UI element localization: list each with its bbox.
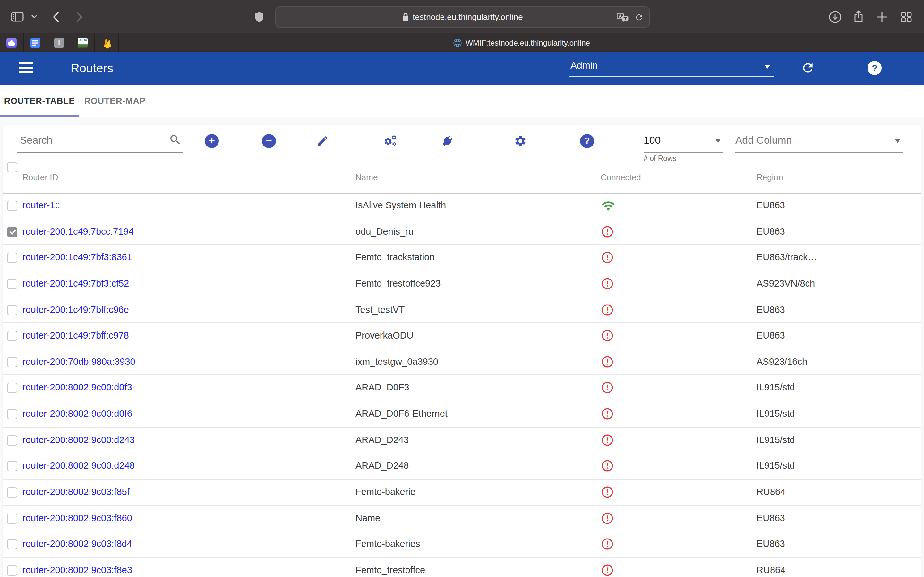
col-router-id: Router ID xyxy=(23,162,58,193)
services-button[interactable] xyxy=(384,133,399,149)
router-region: EU863 xyxy=(756,532,785,557)
row-checkbox[interactable] xyxy=(7,566,17,576)
table-row[interactable]: router-200:8002:9c00:d0f3 ARAD_D0F3 IL91… xyxy=(3,376,921,401)
settings-button[interactable] xyxy=(513,133,528,149)
table-row[interactable]: router-200:8002:9c00:d248 ARAD_D248 IL91… xyxy=(3,454,921,480)
row-checkbox[interactable] xyxy=(7,461,17,472)
lock-icon xyxy=(402,13,409,21)
error-status-icon xyxy=(601,225,615,239)
select-all-checkbox[interactable] xyxy=(7,162,17,172)
menu-icon[interactable] xyxy=(19,62,33,73)
router-name: ARAD_D0F3 xyxy=(355,376,409,401)
error-status-icon xyxy=(601,381,615,395)
table-row[interactable]: router-200:8002:9c03:f85f Femto-bakerie … xyxy=(3,480,921,506)
row-checkbox[interactable] xyxy=(7,357,17,367)
table-row[interactable]: router-200:70db:980a:3930 ixm_testgw_0a3… xyxy=(3,350,921,376)
row-checkbox[interactable] xyxy=(7,227,17,237)
active-tab[interactable]: WMIF:testnode.eu.thingularity.online xyxy=(119,33,924,52)
router-id-link[interactable]: router-200:8002:9c03:f860 xyxy=(23,506,132,531)
cloud-favicon xyxy=(6,37,17,48)
back-button[interactable] xyxy=(50,0,61,33)
router-id-link[interactable]: router-200:1c49:7bf3:8361 xyxy=(23,245,132,271)
share-icon[interactable] xyxy=(852,0,865,33)
forward-button[interactable] xyxy=(74,0,86,33)
error-status-icon xyxy=(601,511,615,525)
row-checkbox[interactable] xyxy=(7,279,17,289)
router-id-link[interactable]: router-200:8002:9c03:f85f xyxy=(23,480,129,505)
router-id-link[interactable]: router-200:70db:980a:3930 xyxy=(23,350,136,375)
address-bar[interactable]: testnode.eu.thingularity.online A xyxy=(275,6,650,27)
router-name: Name xyxy=(355,506,380,531)
tab-router-map[interactable]: ROUTER-MAP xyxy=(79,85,151,117)
add-column-select[interactable]: Add Column xyxy=(735,130,903,153)
user-select[interactable]: Admin xyxy=(569,57,774,77)
table-row[interactable]: router-200:1c49:7bf3:cf52 Femto_trestoff… xyxy=(3,271,921,297)
router-id-link[interactable]: router-200:8002:9c03:f8d4 xyxy=(23,532,132,557)
router-id-link[interactable]: router-200:1c49:7bf3:cf52 xyxy=(23,271,129,297)
row-checkbox[interactable] xyxy=(7,201,17,211)
remove-router-button[interactable]: − xyxy=(261,133,276,149)
translate-icon[interactable]: A xyxy=(617,7,629,27)
row-checkbox[interactable] xyxy=(7,253,17,263)
table-row[interactable]: router-200:1c49:7bff:c978 ProverkaODU EU… xyxy=(3,323,921,349)
pinned-tab-cloud[interactable] xyxy=(0,33,24,52)
add-router-button[interactable]: + xyxy=(204,133,220,149)
row-checkbox[interactable] xyxy=(7,409,17,419)
table-row[interactable]: router-1:: IsAlive System Health EU863 xyxy=(3,193,921,219)
table-row[interactable]: router-200:8002:9c03:f860 Name EU863 xyxy=(3,506,921,532)
shield-icon[interactable] xyxy=(254,0,265,33)
router-name: ixm_testgw_0a3930 xyxy=(355,350,438,375)
downloads-icon[interactable] xyxy=(829,0,841,33)
router-name: Femto-bakeries xyxy=(355,532,420,557)
table-help-button[interactable]: ? xyxy=(580,133,595,149)
edit-button[interactable] xyxy=(315,133,330,149)
router-id-link[interactable]: router-200:1c49:7bcc:7194 xyxy=(23,219,134,244)
router-region: IL915/std xyxy=(756,454,795,479)
row-checkbox[interactable] xyxy=(7,435,17,446)
router-id-link[interactable]: router-200:8002:9c00:d0f3 xyxy=(23,376,132,401)
pinned-tab-firebase[interactable] xyxy=(95,33,119,52)
table-row[interactable]: router-200:1c49:7bff:c96e Test_testVT EU… xyxy=(3,297,921,323)
router-id-link[interactable]: router-200:8002:9c00:d0f6 xyxy=(23,401,132,427)
table-row[interactable]: router-200:8002:9c00:d243 ARAD_D243 IL91… xyxy=(3,428,921,454)
table-row[interactable]: router-200:1c49:7bf3:8361 Femto_tracksta… xyxy=(3,245,921,271)
row-checkbox[interactable] xyxy=(7,331,17,341)
router-id-link[interactable]: router-200:8002:9c03:f8e3 xyxy=(23,558,132,577)
sidebar-toggle-icon[interactable] xyxy=(9,0,26,33)
router-id-link[interactable]: router-200:8002:9c00:d243 xyxy=(23,428,135,453)
tab-router-table[interactable]: ROUTER-TABLE xyxy=(0,85,79,117)
router-id-link[interactable]: router-200:1c49:7bff:c978 xyxy=(23,323,129,348)
search-input[interactable] xyxy=(19,130,166,151)
router-id-link[interactable]: router-1:: xyxy=(23,193,60,218)
router-name: ARAD_D243 xyxy=(355,428,409,453)
router-region: EU863 xyxy=(756,219,785,244)
connect-button[interactable] xyxy=(439,133,455,149)
router-region: EU863/track… xyxy=(756,245,817,271)
refresh-button[interactable] xyxy=(801,61,815,75)
screen: testnode.eu.thingularity.online A xyxy=(0,0,924,577)
table-row[interactable]: router-200:8002:9c03:f8d4 Femto-bakeries… xyxy=(3,532,921,558)
pinned-tab-docs[interactable] xyxy=(24,33,47,52)
row-checkbox[interactable] xyxy=(7,513,17,524)
firebase-favicon xyxy=(102,37,111,48)
row-checkbox[interactable] xyxy=(7,540,17,550)
row-checkbox[interactable] xyxy=(7,383,17,393)
new-tab-icon[interactable] xyxy=(875,0,888,33)
row-checkbox[interactable] xyxy=(7,487,17,498)
row-checkbox[interactable] xyxy=(7,305,17,315)
table-row[interactable]: router-200:1c49:7bcc:7194 odu_Denis_ru E… xyxy=(3,219,921,245)
router-id-link[interactable]: router-200:8002:9c00:d248 xyxy=(23,454,135,479)
reload-icon[interactable] xyxy=(635,7,644,27)
table-row[interactable]: router-200:8002:9c00:d0f6 ARAD_D0F6-Ethe… xyxy=(3,401,921,427)
pinned-tab-usda[interactable]: USDA xyxy=(71,33,95,52)
wifi-connected-icon xyxy=(601,199,615,213)
pinned-tab-info[interactable]: I xyxy=(47,33,71,52)
tab-overview-icon[interactable] xyxy=(900,0,913,33)
router-region: AS923VN/8ch xyxy=(756,271,815,297)
router-id-link[interactable]: router-200:1c49:7bff:c96e xyxy=(23,297,129,322)
rows-per-page-select[interactable]: 100 xyxy=(644,130,723,153)
router-name: Femto_trestoffce xyxy=(355,558,425,577)
chevron-down-icon[interactable] xyxy=(29,0,39,33)
table-row[interactable]: router-200:8002:9c03:f8e3 Femto_trestoff… xyxy=(3,558,921,577)
help-button[interactable]: ? xyxy=(867,61,882,75)
